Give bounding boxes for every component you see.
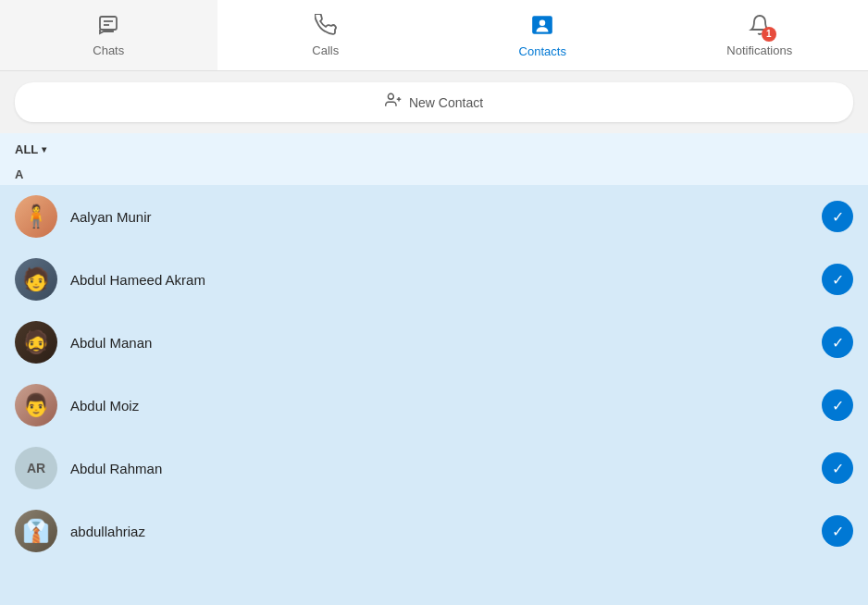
- contact-check-button[interactable]: ✓: [822, 264, 853, 295]
- filter-all-button[interactable]: ALL ▾: [15, 142, 46, 156]
- check-icon: ✓: [832, 271, 844, 289]
- check-icon: ✓: [832, 334, 844, 352]
- avatar: 🧍: [15, 195, 57, 238]
- chat-icon: [97, 14, 119, 40]
- avatar: 👨: [15, 384, 57, 426]
- nav-item-notifications[interactable]: 1 Notifications: [651, 0, 869, 70]
- check-icon: ✓: [832, 397, 844, 414]
- add-person-icon: [385, 92, 402, 113]
- bell-icon: 1: [749, 14, 771, 40]
- contact-check-button[interactable]: ✓: [822, 389, 853, 421]
- nav-label-contacts: Contacts: [519, 44, 566, 58]
- filter-row: ALL ▾: [0, 133, 868, 160]
- nav-item-contacts[interactable]: Contacts: [434, 0, 651, 70]
- avatar: AR: [15, 447, 57, 489]
- contact-check-button[interactable]: ✓: [822, 201, 853, 232]
- avatar: 🧔: [15, 321, 57, 364]
- contact-name: Abdul Hameed Akram: [70, 272, 809, 288]
- list-item[interactable]: 🧔 Abdul Manan ✓: [0, 311, 868, 374]
- list-item[interactable]: AR Abdul Rahman ✓: [0, 437, 868, 500]
- nav-item-calls[interactable]: Calls: [217, 0, 435, 70]
- contact-check-button[interactable]: ✓: [822, 327, 853, 358]
- list-item[interactable]: 🧑 Abdul Hameed Akram ✓: [0, 248, 868, 311]
- svg-point-5: [388, 93, 393, 99]
- check-icon: ✓: [832, 208, 844, 226]
- contact-name: Aalyan Munir: [70, 209, 809, 225]
- avatar: 👔: [15, 510, 57, 552]
- navigation-bar: Chats Calls Contacts 1 Notification: [0, 0, 868, 71]
- contact-check-button[interactable]: ✓: [822, 515, 853, 547]
- chevron-down-icon: ▾: [42, 144, 46, 154]
- svg-rect-0: [100, 17, 117, 30]
- contact-list: 🧍 Aalyan Munir ✓ 🧑 Abdul Hameed Akram ✓ …: [0, 185, 868, 605]
- svg-point-4: [539, 19, 546, 25]
- main-content: New Contact ALL ▾ A 🧍 Aalyan Munir ✓ 🧑: [0, 71, 868, 605]
- contact-name: Abdul Moiz: [70, 398, 809, 414]
- nav-label-chats: Chats: [93, 43, 124, 57]
- new-contact-label: New Contact: [409, 95, 483, 110]
- list-item[interactable]: 👔 abdullahriaz ✓: [0, 500, 868, 562]
- nav-label-notifications: Notifications: [726, 43, 792, 57]
- notification-badge: 1: [762, 27, 776, 42]
- section-header-a: A: [0, 160, 868, 185]
- contact-name: abdullahriaz: [70, 524, 809, 539]
- contact-name: Abdul Manan: [70, 335, 809, 351]
- avatar: 🧑: [15, 258, 57, 301]
- new-contact-bar: New Contact: [0, 71, 868, 133]
- contacts-icon: [530, 13, 554, 41]
- nav-item-chats[interactable]: Chats: [0, 0, 217, 70]
- phone-icon: [315, 14, 337, 40]
- check-icon: ✓: [832, 523, 844, 540]
- nav-label-calls: Calls: [312, 43, 339, 57]
- check-icon: ✓: [832, 460, 844, 477]
- contact-check-button[interactable]: ✓: [822, 452, 853, 484]
- list-item[interactable]: 👨 Abdul Moiz ✓: [0, 374, 868, 437]
- new-contact-button[interactable]: New Contact: [15, 82, 853, 122]
- filter-label: ALL: [15, 142, 38, 156]
- list-item[interactable]: 🧍 Aalyan Munir ✓: [0, 185, 868, 248]
- contact-name: Abdul Rahman: [70, 461, 809, 476]
